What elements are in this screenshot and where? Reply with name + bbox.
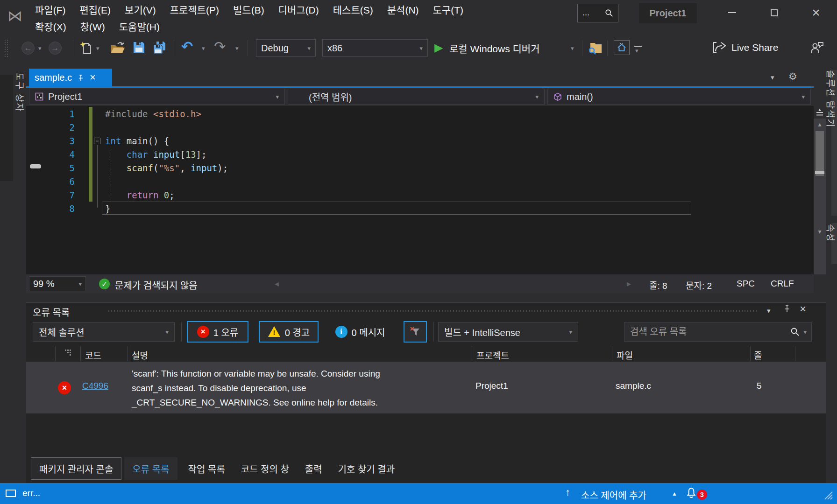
navigate-back-button[interactable]: ← [21, 42, 35, 55]
line-number[interactable]: 6 [26, 176, 75, 187]
new-file-dropdown-caret[interactable]: ▾ [96, 45, 99, 51]
undo-button[interactable]: ↶ [181, 40, 193, 54]
filter-button[interactable] [404, 321, 427, 343]
panel-drag-handle[interactable] [108, 310, 759, 312]
debugger-dropdown-caret[interactable]: ▾ [571, 45, 574, 51]
menu-test[interactable]: 테스트(S) [333, 2, 373, 16]
source-control-caret-icon[interactable]: ▲ [672, 490, 677, 497]
error-line-cell[interactable]: 5 [757, 381, 762, 391]
line-number[interactable]: 3 [26, 136, 75, 146]
line-number[interactable]: 2 [26, 122, 75, 133]
tab-close-icon[interactable]: × [90, 72, 96, 83]
panel-tab-find-symbol-results[interactable]: 기호 찾기 결과 [330, 457, 403, 480]
code-line-2[interactable]: 2 [26, 120, 750, 134]
editor-split-handle[interactable] [814, 106, 826, 119]
code-line-5[interactable]: 5 scanf("%s", input); [26, 161, 750, 175]
navigate-forward-button[interactable]: → [49, 42, 62, 55]
code-area[interactable]: 1#include <stdio.h>23int main() {4 char … [26, 107, 750, 215]
error-project-cell[interactable]: Project1 [475, 381, 508, 391]
sidebar-tab-properties[interactable]: 속성 [825, 224, 837, 242]
scrollbar-thumb[interactable] [816, 131, 824, 176]
editor-options-gear-icon[interactable]: ⚙ [788, 71, 797, 82]
add-to-source-control-button[interactable]: 소스 제어에 추가 [581, 488, 646, 502]
column-header-project[interactable]: 프로젝트 [476, 349, 509, 361]
cursor-column-indicator[interactable]: 문자: 2 [686, 279, 712, 291]
feedback-button[interactable] [810, 41, 824, 54]
cursor-line-indicator[interactable]: 줄: 8 [649, 279, 667, 291]
line-number[interactable]: 7 [26, 190, 75, 200]
panel-tab-task-list[interactable]: 작업 목록 [180, 457, 233, 480]
save-all-button[interactable] [152, 41, 167, 55]
code-line-1[interactable]: 1#include <stdio.h> [26, 107, 750, 120]
save-button[interactable] [133, 41, 145, 54]
search-options-caret[interactable]: ▾ [803, 329, 807, 335]
scrollbar-down-arrow[interactable]: ▾ [814, 228, 826, 235]
sidebar-tab-solution-explorer[interactable]: 솔루션 탐색기 [825, 70, 837, 128]
document-health-check-icon[interactable]: ✓ [99, 279, 110, 289]
status-bar-left-text[interactable]: err... [22, 488, 40, 498]
column-header-file[interactable]: 파일 [617, 349, 633, 361]
line-number[interactable]: 5 [26, 163, 75, 173]
minimize-button[interactable] [711, 0, 753, 25]
navbar-project-dropdown[interactable]: Project1 ▾ [29, 89, 285, 105]
menu-window[interactable]: 창(W) [80, 19, 105, 33]
errors-filter-toggle[interactable]: × 1 오류 [187, 321, 248, 343]
document-list-caret[interactable]: ▾ [771, 74, 774, 81]
warnings-filter-toggle[interactable]: ! 0 경고 [259, 321, 319, 343]
column-header-description[interactable]: 설명 [132, 349, 148, 361]
toolbar-overflow-button[interactable]: ▾ [635, 48, 638, 54]
messages-filter-toggle[interactable]: i 0 메시지 [327, 322, 393, 342]
line-number[interactable]: 1 [26, 109, 75, 119]
error-file-cell[interactable]: sample.c [616, 381, 651, 391]
panel-pin-icon[interactable] [784, 305, 790, 312]
zoom-level-dropdown[interactable]: 99 % ▾ [29, 276, 86, 291]
sidebar-tab-toolbox[interactable]: 도구 상자 [14, 72, 27, 112]
error-list-search-box[interactable]: ▾ [624, 322, 812, 342]
new-file-button[interactable] [79, 41, 92, 55]
search-icon[interactable] [790, 327, 800, 336]
undo-dropdown-caret[interactable]: ▾ [202, 45, 205, 51]
notifications-bell-icon[interactable] [686, 487, 697, 499]
code-line-7[interactable]: 7 return 0; [26, 188, 750, 202]
menu-project[interactable]: 프로젝트(P) [170, 2, 219, 16]
error-list-search-input[interactable] [629, 326, 787, 338]
column-header-code[interactable]: 코드 [85, 349, 101, 361]
navbar-member-dropdown[interactable]: main() ▾ [547, 89, 811, 105]
open-file-button[interactable] [110, 41, 125, 54]
solution-home-button[interactable] [614, 40, 630, 55]
scrollbar-up-arrow[interactable]: ▴ [814, 120, 826, 128]
panel-tab-output[interactable]: 출력 [297, 457, 330, 480]
code-line-3[interactable]: 3int main() { [26, 134, 750, 147]
panel-close-icon[interactable]: × [800, 302, 806, 315]
column-header-line[interactable]: 줄 [754, 349, 762, 361]
menu-edit[interactable]: 편집(E) [79, 2, 111, 16]
pin-icon[interactable] [78, 74, 84, 81]
code-line-4[interactable]: 4 char input[13]; [26, 147, 750, 161]
quick-search-box[interactable]: ... [577, 4, 618, 22]
line-number[interactable]: 8 [26, 203, 75, 214]
task-status-icon[interactable] [6, 490, 16, 497]
error-source-dropdown[interactable]: 빌드 + IntelliSense ▾ [438, 322, 578, 342]
code-line-6[interactable]: 6 [26, 175, 750, 188]
redo-dropdown-caret[interactable]: ▾ [235, 45, 239, 51]
back-dropdown-caret[interactable]: ▾ [38, 45, 42, 51]
fold-collapse-button[interactable]: − [94, 138, 100, 144]
menu-analyze[interactable]: 분석(N) [387, 2, 419, 16]
redo-button[interactable]: ↷ [214, 40, 226, 54]
indentation-indicator[interactable]: SPC [737, 279, 755, 289]
live-share-button[interactable] [712, 41, 728, 54]
start-debugging-play-icon[interactable]: ▶ [434, 42, 443, 53]
line-number[interactable]: 4 [26, 149, 75, 160]
line-ending-indicator[interactable]: CRLF [771, 279, 794, 289]
find-in-files-button[interactable] [588, 41, 603, 55]
menu-tools[interactable]: 도구(T) [433, 2, 463, 16]
hscroll-left-arrow[interactable]: ◂ [275, 279, 279, 289]
close-button[interactable]: × [795, 0, 837, 25]
menu-debug[interactable]: 디버그(D) [278, 2, 319, 16]
menu-file[interactable]: 파일(F) [35, 2, 65, 16]
platform-dropdown[interactable]: x86 ▾ [322, 39, 428, 57]
resize-grip-icon[interactable] [823, 490, 833, 500]
maximize-button[interactable] [753, 0, 795, 25]
toolbar-drag-handle[interactable] [5, 40, 6, 57]
error-description[interactable]: 'scanf': This function or variable may b… [132, 366, 402, 410]
